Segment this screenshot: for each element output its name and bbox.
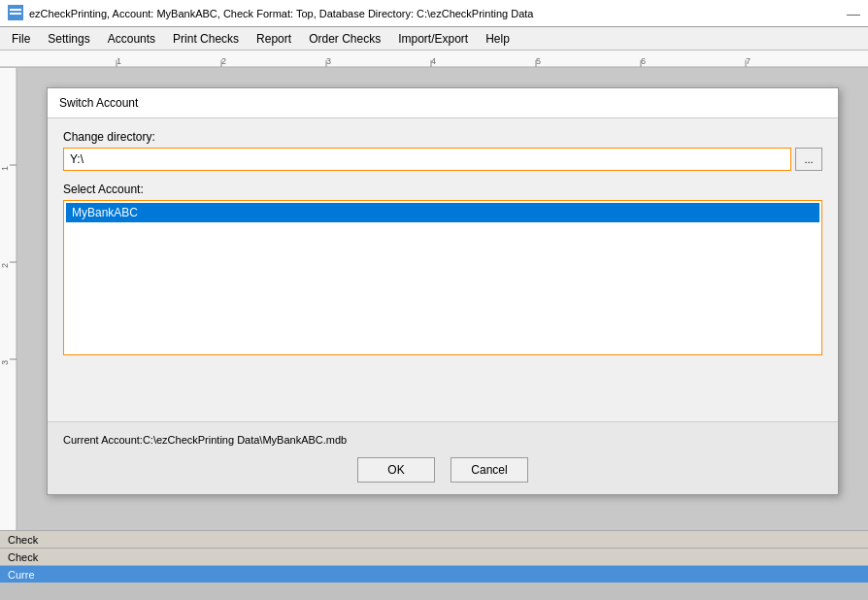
menu-settings[interactable]: Settings [40, 30, 97, 48]
svg-rect-2 [10, 13, 21, 15]
svg-text:1: 1 [117, 56, 121, 66]
window-title: ezCheckPrinting, Account: MyBankABC, Che… [29, 8, 533, 19]
menu-report[interactable]: Report [249, 30, 299, 48]
status-area: Check Check Curre [0, 530, 868, 583]
menu-print-checks[interactable]: Print Checks [165, 30, 247, 48]
main-area: 1 2 3 4 5 6 7 1 2 3 [0, 50, 868, 583]
svg-text:6: 6 [641, 56, 646, 66]
dialog-buttons: OK Cancel [63, 453, 822, 486]
svg-text:3: 3 [0, 360, 10, 365]
app-icon [8, 5, 23, 22]
directory-row: ... [63, 148, 822, 171]
switch-account-dialog: Switch Account Change directory: ... Sel… [47, 87, 839, 495]
svg-text:4: 4 [431, 56, 436, 66]
browse-button[interactable]: ... [795, 148, 822, 171]
svg-text:3: 3 [326, 56, 331, 66]
dialog-title: Switch Account [48, 88, 838, 118]
current-account-status: Current Account:C:\ezCheckPrinting Data\… [63, 430, 822, 450]
menu-import-export[interactable]: Import/Export [390, 30, 476, 48]
change-directory-label: Change directory: [63, 130, 822, 144]
window-controls: — [847, 6, 860, 21]
account-list[interactable]: MyBankABC [63, 200, 822, 355]
account-list-item[interactable]: MyBankABC [66, 203, 819, 222]
content-area: 1 2 3 Switch Account Change [0, 68, 868, 583]
dialog-body: Change directory: ... Select Account: My… [48, 118, 838, 421]
menu-accounts[interactable]: Accounts [100, 30, 163, 48]
status-bar-3: Curre [0, 565, 868, 583]
menu-order-checks[interactable]: Order Checks [301, 30, 388, 48]
select-account-label: Select Account: [63, 183, 822, 196]
svg-text:5: 5 [536, 56, 541, 66]
top-ruler: 1 2 3 4 5 6 7 [0, 50, 868, 68]
workspace: Switch Account Change directory: ... Sel… [17, 68, 868, 583]
title-bar: ezCheckPrinting, Account: MyBankABC, Che… [0, 0, 868, 27]
status-bar-1: Check [0, 530, 868, 548]
title-bar-content: ezCheckPrinting, Account: MyBankABC, Che… [8, 5, 533, 22]
svg-text:2: 2 [0, 263, 10, 268]
left-ruler: 1 2 3 [0, 68, 17, 583]
svg-text:7: 7 [746, 56, 751, 66]
status-bar-2: Check [0, 548, 868, 565]
minimize-button[interactable]: — [847, 6, 860, 21]
svg-text:2: 2 [221, 56, 226, 66]
dialog-footer: Current Account:C:\ezCheckPrinting Data\… [48, 421, 838, 494]
svg-rect-1 [10, 9, 21, 11]
svg-text:1: 1 [0, 166, 10, 171]
directory-input[interactable] [63, 148, 791, 171]
ok-button[interactable]: OK [357, 457, 435, 483]
menu-bar: File Settings Accounts Print Checks Repo… [0, 27, 868, 50]
menu-help[interactable]: Help [478, 30, 517, 48]
cancel-button[interactable]: Cancel [451, 457, 528, 483]
menu-file[interactable]: File [4, 30, 38, 48]
